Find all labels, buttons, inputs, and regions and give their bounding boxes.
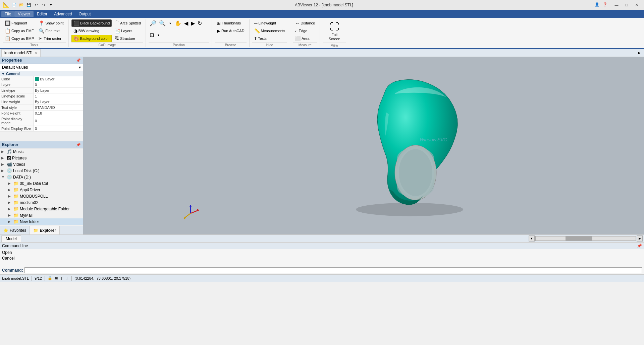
newfolder-label: New folder [20,219,39,224]
music-label: Music [13,149,23,154]
zoom-dropdown-button[interactable]: ▾ [167,19,173,27]
browse-buttons: ⊞ Thumbnails ▶ Run AutoCAD [215,19,246,42]
next-button[interactable]: ▶ [190,19,196,27]
prop-linetype-value[interactable]: By Layer [34,88,83,93]
arcs-splitted-button[interactable]: ⌒ Arcs Splitted [112,19,143,27]
tree-item-moduleretarget[interactable]: ▶ 📁 Module Retargetable Folder [0,206,83,212]
tree-item-datad[interactable]: ▼ 💿 DATA (D:) [0,174,83,180]
bw-drawing-button[interactable]: ◑ B/W drawing [71,27,112,34]
command-prompt-label: Command: [2,268,23,273]
lineweight-icon: ═ [254,20,258,26]
menu-advanced[interactable]: Advanced [51,11,75,17]
zoom-window-button[interactable]: 🔎 [149,19,157,27]
tree-item-modsim32[interactable]: ▶ 📁 modsim32 [0,199,83,206]
prev-button[interactable]: ◀ [183,19,189,27]
fragment-button[interactable]: 🔲 Fragment [3,19,36,27]
tree-item-pictures[interactable]: ▶ 🖼 Pictures [0,155,83,161]
tree-item-newfolder[interactable]: ▶ 📁 New folder [0,218,83,225]
tree-item-localdisk[interactable]: ▶ 💿 Local Disk (C:) [0,167,83,174]
command-pin[interactable]: 📌 [637,244,642,248]
tree-item-videos[interactable]: ▶ 📹 Videos [0,161,83,167]
tree-item-music[interactable]: ▶ 🎵 Music [0,148,83,155]
cadimage-buttons: ⬛ Black Background ◑ B/W drawing 🎨 Backg… [71,19,143,42]
copy-emf-button[interactable]: 📋 Copy as EMF [3,27,36,34]
qat-save[interactable]: 💾 [25,2,32,8]
prop-lineweight-value[interactable]: By Layer [34,99,83,105]
qat-new[interactable]: 📄 [11,2,17,8]
minimize-button[interactable]: — [612,1,621,9]
tree-item-appdriver[interactable]: ▶ 📁 App&Driver [0,187,83,193]
fullscreen-button[interactable]: ⛶ Full Screen [323,19,346,43]
file-tab-knob[interactable]: knob model.STL ✕ [1,49,41,57]
prop-linetype-name: Linetype [0,88,34,93]
layers-button[interactable]: 📑 Layers [112,27,143,34]
appdriver-label: App&Driver [20,188,40,192]
props-dropdown[interactable]: Default Values ▾ [0,64,83,71]
menu-viewer[interactable]: Viewer [14,11,33,17]
pan-button[interactable]: ✋ [174,19,182,27]
prop-textstyle-value[interactable]: STANDARD [34,105,83,110]
rotate-button[interactable]: ↻ [197,19,203,27]
modbuspoll-icon: 📁 [13,194,19,199]
distance-button[interactable]: ↔ Distance [293,19,317,27]
model-tab[interactable]: Model [1,235,21,242]
show-point-button[interactable]: 📍 Show point [37,19,65,27]
scroll-down-btn[interactable]: ▼ [529,235,535,242]
qat-redo[interactable]: ↪ [40,2,47,8]
tree-item-mymail[interactable]: ▶ 📁 MyMail [0,212,83,218]
find-text-button[interactable]: 🔍 Find text [37,27,65,34]
prop-fontheight-value[interactable]: 0.18 [34,111,83,116]
menu-output[interactable]: Output [75,11,94,17]
command-input[interactable] [24,267,642,273]
account-icon[interactable]: 👤 [594,1,600,8]
trim-raster-button[interactable]: ✂ Trim raster [37,35,65,42]
bw-icon: ◑ [73,28,77,33]
view-label: View [323,43,346,47]
qat-more[interactable]: ▾ [48,2,54,8]
tab-favorites[interactable]: ⭐ Favorites [0,226,30,234]
explorer-pin[interactable]: 📌 [76,143,81,147]
find-text-icon: 🔍 [39,28,44,33]
file-tab-close[interactable]: ✕ [35,51,38,55]
videos-label: Videos [13,162,25,167]
tools-col1: 🔲 Fragment 📋 Copy as EMF 📋 Copy as BMP [3,19,36,42]
edge-button[interactable]: ⌐ Edge [293,27,317,34]
area-button[interactable]: ⬜ Area [293,35,317,42]
thumbnails-button[interactable]: ⊞ Thumbnails [215,19,246,27]
copy-bmp-button[interactable]: 📋 Copy as BMP [3,35,36,42]
run-autocad-button[interactable]: ▶ Run AutoCAD [215,27,246,34]
fit-button[interactable]: ⊡ [149,31,155,39]
qat-open[interactable]: 📂 [18,2,25,8]
lineweight-button[interactable]: ═ Lineweight [252,19,287,27]
tree-item-digicat[interactable]: ▶ 📁 00_SE DiGi Cat [0,180,83,187]
close-button[interactable]: ✕ [632,1,641,9]
zoom-in-button[interactable]: 🔍 [158,19,167,27]
tab-explorer[interactable]: 📁 Explorer [30,226,60,234]
menu-file[interactable]: File [1,11,14,17]
favorites-label: Favorites [10,228,26,233]
menu-editor[interactable]: Editor [34,11,51,17]
prop-ptsize-value[interactable]: 0 [34,126,83,131]
tree-item-modbuspoll[interactable]: ▶ 📁 MODBUSPOLL [0,193,83,199]
help-icon[interactable]: ❓ [602,1,608,8]
scroll-right-btn[interactable]: ▶ [637,235,643,242]
prop-layer-value[interactable]: 0 [34,82,83,87]
h-scrollbar-thumb[interactable] [566,236,592,240]
prop-ltscale-value[interactable]: 1 [34,93,83,99]
pos-dropdown-button[interactable]: ▾ [156,31,161,39]
tabbar-scroll-right[interactable]: ▶ [636,50,643,56]
measurements-button[interactable]: 📏 Measurements [252,27,287,34]
properties-pin[interactable]: 📌 [76,58,81,63]
texts-button[interactable]: T Texts [252,35,287,42]
modsim32-label: modsim32 [20,200,38,205]
svg-marker-7 [189,205,192,207]
prop-ptmode-value[interactable]: 0 [34,116,83,126]
maximize-button[interactable]: □ [622,1,631,9]
viewport[interactable]: Window.SVG [83,57,644,234]
background-color-button[interactable]: 🎨 Background color [71,35,112,42]
structure-button[interactable]: 🏗 Structure [112,35,143,42]
black-background-button[interactable]: ⬛ Black Background [71,19,112,27]
prop-color-value[interactable]: By Layer [34,76,83,82]
qat-undo[interactable]: ↩ [33,2,40,8]
ribbon-group-hide: ═ Lineweight 📏 Measurements T Texts Hide [250,19,290,47]
